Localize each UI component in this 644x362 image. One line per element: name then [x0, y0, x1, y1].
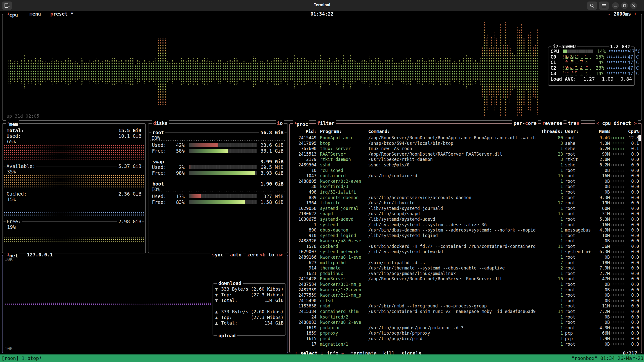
process-row[interactable]: 1578dockerd/usr/bin/dockerd -H fd:// --c…	[292, 244, 639, 249]
net-auto-button[interactable]: auto	[229, 252, 243, 258]
col-cpu[interactable]: Cpu%	[625, 129, 639, 134]
process-row[interactable]: 10rcu_sched1root0B0.0	[292, 168, 639, 173]
process-row[interactable]: 2488083kworker/u8:2-eve1root0B0.0	[292, 320, 639, 325]
process-cpu-percent: 0.0	[625, 287, 639, 293]
search-button[interactable]	[587, 2, 597, 10]
process-program: migration/1	[320, 342, 366, 347]
process-row[interactable]: 2488805kworker/0:2-even1root0B0.0	[292, 179, 639, 184]
process-threads: 15	[551, 211, 563, 217]
filter-button[interactable]: filter	[316, 120, 336, 126]
process-row[interactable]: 2415490cifsd1root0B0.0	[292, 298, 639, 304]
col-memb[interactable]: MemB	[594, 129, 610, 134]
process-cpu-graph	[612, 278, 624, 280]
download-stat-value: (2.60 Kibps)	[251, 286, 284, 292]
process-row[interactable]: 890dbus-daemon/usr/bin/dbus-daemon --sys…	[292, 228, 639, 233]
process-threads: 3	[551, 195, 563, 201]
process-command	[368, 184, 551, 190]
process-cpu-graph	[612, 246, 624, 248]
process-threads: 1	[551, 184, 563, 190]
process-row[interactable]: 24ksoftirqd/21root0B0.0	[292, 314, 639, 320]
process-row[interactable]: 2487339kworker/1:2-even1root0B0.0	[292, 287, 639, 293]
process-row[interactable]: 914thermald/usr/sbin/thermald --systemd …	[292, 265, 639, 271]
reverse-toggle[interactable]: reverse	[541, 120, 564, 126]
net-zero-button[interactable]: zero	[246, 252, 260, 258]
net-interface-switcher[interactable]: <b lo n>	[258, 252, 284, 258]
preset-button[interactable]: preset *	[49, 11, 75, 17]
process-row[interactable]: 1621pmdalinux/var/lib/pcp/pmdas/linux/pm…	[292, 271, 639, 277]
process-row[interactable]: 2415384containerd-shim/usr/bin/container…	[292, 309, 639, 314]
core-usage-percent: 23%	[591, 65, 604, 71]
minimize-button[interactable]	[612, 2, 619, 9]
process-row[interactable]: 889accounts-daemon/usr/lib/accountsservi…	[292, 195, 639, 201]
process-row[interactable]: 910systemd-logind/lib/systemd/systemd-lo…	[292, 233, 639, 239]
process-row[interactable]: 623multipathd/sbin/multipathd -d -s7root…	[292, 260, 639, 266]
disks-title[interactable]: disks	[152, 120, 169, 126]
process-row[interactable]: 1859pmproxy/usr/lib/pcp/bin/pmproxy1pcp6…	[292, 331, 639, 336]
tree-toggle[interactable]: tree	[567, 120, 581, 126]
col-program[interactable]: Program:	[320, 129, 366, 134]
process-row[interactable]: 2489504sshdsshd: sehe@pts/01sehe6.2M0.0	[292, 162, 639, 168]
interval-plus-button[interactable]: +	[634, 11, 637, 17]
process-row[interactable]: 2489166kworker/u8:1-eve1root0B0.0	[292, 255, 639, 260]
process-row[interactable]: 1615pmcd/usr/lib/pcp/bin/pmcd1pcp1.9M0.0	[292, 336, 639, 342]
process-row[interactable]: 1047containerd/usr/bin/containerd16root1…	[292, 173, 639, 179]
sort-next-button[interactable]: >	[634, 120, 637, 126]
process-row[interactable]: 2415449RoonAppliance/app/RoonServer/Roon…	[292, 135, 639, 141]
io-mode-button[interactable]: io	[276, 120, 284, 126]
col-user[interactable]: User:	[565, 129, 594, 134]
process-row[interactable]: 1183638nmbd/usr/sbin/nmbd --foreground -…	[292, 303, 639, 309]
update-interval-control[interactable]: - 2000ms +	[607, 11, 638, 17]
process-row[interactable]: 2415428RoonServer/app/RoonServer/RoonDot…	[292, 276, 639, 282]
tmux-session-label[interactable]: [roon] 1:btop*	[2, 354, 42, 362]
process-command	[368, 320, 551, 325]
close-button[interactable]	[630, 2, 637, 9]
process-row[interactable]: 2487584kworker/3:1-mm_p1root0B0.0	[292, 282, 639, 287]
cpu-usage-graph	[4, 17, 641, 117]
process-row[interactable]: 767600tmux: servertmux new -As roon1sehe…	[292, 146, 639, 152]
process-table: 2415449RoonAppliance/app/RoonServer/Roon…	[292, 135, 639, 347]
process-user: root	[565, 325, 594, 331]
process-cpu-graph	[612, 235, 624, 237]
process-user: root	[565, 200, 594, 206]
process-memory: 0B	[594, 298, 610, 304]
per-core-toggle[interactable]: per-core	[512, 120, 538, 126]
process-program: rcu_sched	[320, 168, 366, 173]
process-row[interactable]: 1systemd/lib/systemd/systemd --system --…	[292, 222, 639, 228]
process-cpu-percent: 0.0	[625, 222, 639, 228]
col-pid[interactable]: Pid:	[292, 129, 316, 134]
process-user: pcp	[565, 336, 594, 342]
process-row[interactable]: 2415513RAATServer/app/RoonServer/RoonDot…	[292, 152, 639, 157]
interval-minus-button[interactable]: -	[608, 11, 611, 17]
maximize-button[interactable]	[621, 2, 628, 9]
process-user: messagebus	[565, 228, 594, 233]
process-row[interactable]: 2417895btop/snap/btop/594/usr/local/bin/…	[292, 141, 639, 146]
process-row[interactable]: 2180622snapd/usr/lib/snapd/snapd15root31…	[292, 211, 639, 217]
process-row[interactable]: 1030675systemd-udevd/lib/systemd/systemd…	[292, 217, 639, 222]
process-row[interactable]: 1619pmdaproc/var/lib/pcp/pmdas/proc/pmda…	[292, 325, 639, 331]
process-row[interactable]: 1029058systemd-journal/lib/systemd/syste…	[292, 206, 639, 211]
tab-mem[interactable]: 2mem	[6, 120, 19, 127]
net-sync-button[interactable]: sync	[211, 252, 225, 258]
process-command: /lib/systemd/systemd-networkd	[368, 249, 551, 255]
process-row[interactable]: 17migration/11root0B0.0	[292, 342, 639, 347]
process-row[interactable]: 498irq/52-iwlwifi1root0B0.0	[292, 190, 639, 195]
process-row[interactable]: 1029007systemd-network/lib/systemd/syste…	[292, 249, 639, 255]
process-row[interactable]: 2477559kworker/2:1-mm_p1root0B0.0	[292, 293, 639, 298]
process-memory: 0B	[594, 190, 610, 195]
col-threads[interactable]: Threads:	[538, 129, 563, 134]
new-tab-button[interactable]	[2, 2, 12, 10]
process-pid: 2488083	[292, 320, 316, 325]
process-row[interactable]: 30ksoftirqd/31root0B0.0	[292, 184, 639, 190]
sort-mode-switcher[interactable]: < cpu direct >	[595, 120, 638, 126]
process-row[interactable]: 2488326kworker/u8:0-eve1root0B0.0	[292, 238, 639, 244]
process-command: /lib/systemd/systemd-udevd	[368, 217, 551, 222]
sort-prev-button[interactable]: <	[596, 120, 599, 126]
download-label: download	[217, 280, 243, 286]
scroll-down-icon[interactable]: ↓	[637, 341, 640, 347]
menu-button-btop[interactable]: menu	[28, 11, 42, 17]
process-row[interactable]: 2179rtkit-daemon/usr/libexec/rtkit-daemo…	[292, 157, 639, 162]
process-row[interactable]: 1364libvirtd/usr/sbin/libvirtd17root19M0…	[292, 200, 639, 206]
tab-proc[interactable]: 4proc	[293, 120, 309, 127]
menu-button[interactable]	[599, 2, 609, 10]
col-command[interactable]: Command:	[368, 129, 538, 134]
